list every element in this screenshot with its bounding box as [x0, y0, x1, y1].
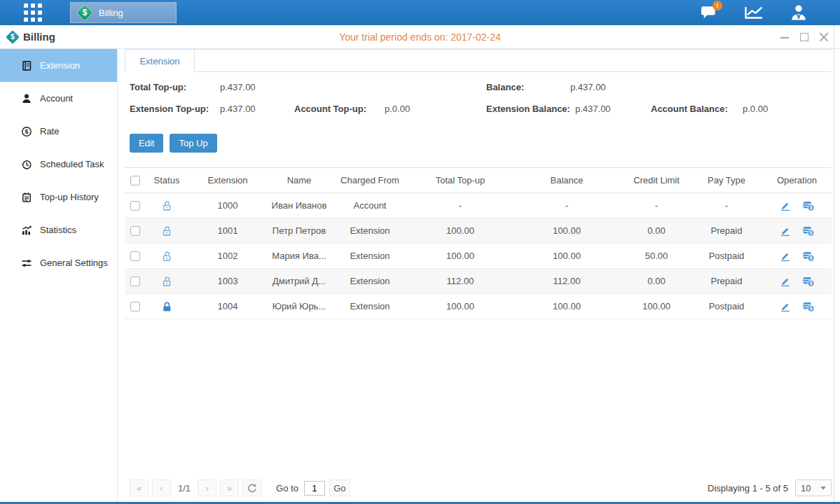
- cell-balance: 100.00: [511, 218, 622, 244]
- lock-status-icon: [161, 300, 172, 311]
- column-header-operation[interactable]: Operation: [762, 168, 832, 193]
- column-header-pay-type[interactable]: Pay Type: [691, 168, 762, 193]
- summary-label: Account Balance:: [651, 104, 728, 114]
- table-header-row: Status Extension Name Charged From Total…: [125, 168, 832, 193]
- tab-extension[interactable]: Extension: [125, 49, 195, 72]
- row-edit-icon[interactable]: [779, 276, 791, 287]
- column-header-charged-from[interactable]: Charged From: [331, 168, 409, 193]
- extension-book-icon: [21, 60, 32, 71]
- cell-pay-type: Postpaid: [691, 294, 762, 319]
- billing-app-icon: $: [77, 5, 92, 20]
- summary-label: Extension Balance:: [486, 104, 570, 114]
- cell-pay-type: Prepaid: [691, 269, 762, 294]
- sidebar-item-topup-history[interactable]: Top-up History: [0, 181, 117, 214]
- taskbar-tab-billing[interactable]: $ Billing: [70, 2, 177, 23]
- svg-text:$: $: [810, 205, 813, 211]
- column-header-status[interactable]: Status: [146, 168, 188, 193]
- column-header-total-topup[interactable]: Total Top-up: [409, 168, 511, 193]
- page-indicator: 1/1: [178, 483, 191, 493]
- monitor-chart-icon[interactable]: [743, 4, 764, 21]
- app-window: $ Billing !: [0, 0, 840, 504]
- row-checkbox[interactable]: [130, 276, 140, 286]
- sidebar-item-general-settings[interactable]: General Settings: [0, 246, 117, 279]
- summary-value: p.437.00: [575, 104, 611, 114]
- cell-total-topup: 100.00: [409, 294, 511, 319]
- row-checkbox[interactable]: [130, 251, 140, 261]
- summary-value: p.0.00: [743, 104, 768, 114]
- row-checkbox[interactable]: [130, 226, 140, 236]
- billing-logo-icon: $: [6, 31, 19, 43]
- sidebar-item-label: Account: [40, 93, 73, 104]
- row-edit-icon[interactable]: [779, 251, 791, 262]
- close-button[interactable]: [819, 32, 829, 42]
- cell-total-topup: 100.00: [409, 244, 511, 269]
- cell-credit-limit: -: [622, 193, 691, 218]
- row-topup-icon[interactable]: $: [802, 301, 815, 312]
- refresh-button[interactable]: [242, 479, 261, 496]
- svg-text:$: $: [810, 281, 813, 286]
- first-page-button[interactable]: «: [130, 479, 149, 496]
- taskbar-right-icons: !: [700, 4, 808, 22]
- window-controls: [780, 32, 829, 42]
- column-header-name[interactable]: Name: [268, 168, 331, 193]
- cell-extension: 1004: [188, 294, 268, 319]
- page-size-value: 10: [801, 483, 811, 493]
- sidebar-item-scheduled-task[interactable]: Scheduled Task: [0, 148, 117, 181]
- page-size-select[interactable]: 10: [795, 479, 832, 496]
- edit-button[interactable]: Edit: [130, 134, 163, 153]
- window-titlebar: $ Billing Your trial period ends on: 201…: [0, 25, 840, 49]
- cell-charged-from: Extension: [331, 244, 409, 269]
- cell-pay-type: Prepaid: [691, 218, 762, 244]
- row-topup-icon[interactable]: $: [802, 251, 815, 262]
- taskbar: $ Billing !: [0, 0, 840, 25]
- balance-summary: Total Top-up: p.437.00 Balance: p.437.00…: [125, 78, 832, 124]
- trial-notice: Your trial period ends on: 2017-02-24: [0, 31, 840, 43]
- sidebar-item-statistics[interactable]: Statistics: [0, 214, 117, 246]
- app-launcher-grid-icon[interactable]: [24, 4, 42, 22]
- user-icon[interactable]: [790, 4, 808, 22]
- pagination-bar: « ‹ 1/1 › » Go to Go Displaying 1 - 5 of…: [130, 479, 832, 496]
- table-row: 1002 Мария Ива... Extension 100.00 100.0…: [125, 244, 832, 269]
- row-topup-icon[interactable]: $: [802, 200, 815, 211]
- sidebar-item-extension[interactable]: Extension: [0, 49, 117, 82]
- summary-value: p.437.00: [220, 104, 256, 114]
- dollar-icon: $: [6, 31, 19, 43]
- prev-page-button[interactable]: ‹: [152, 479, 171, 496]
- app-body: Extension Account $ Rate Scheduled Task: [0, 49, 840, 502]
- minimize-button[interactable]: [780, 32, 790, 42]
- row-edit-icon[interactable]: [779, 301, 791, 312]
- cell-extension: 1002: [188, 244, 268, 269]
- sidebar-item-label: Rate: [40, 126, 59, 136]
- column-header-credit-limit[interactable]: Credit Limit: [622, 168, 691, 193]
- select-all-checkbox[interactable]: [130, 176, 140, 186]
- cell-extension: 1000: [188, 193, 268, 218]
- row-edit-icon[interactable]: [779, 200, 791, 211]
- tab-bar-spacer: [195, 49, 832, 72]
- cell-total-topup: 112.00: [409, 269, 511, 294]
- row-checkbox[interactable]: [130, 201, 140, 211]
- svg-text:$: $: [810, 306, 813, 312]
- summary-label: Balance:: [486, 82, 524, 92]
- messages-icon[interactable]: !: [700, 4, 718, 21]
- row-edit-icon[interactable]: [779, 225, 791, 237]
- extensions-table: Status Extension Name Charged From Total…: [125, 167, 832, 319]
- sidebar-item-rate[interactable]: $ Rate: [0, 115, 117, 148]
- taskbar-tab-label: Billing: [99, 8, 123, 18]
- top-up-button[interactable]: Top Up: [170, 134, 216, 153]
- column-header-balance[interactable]: Balance: [511, 168, 622, 193]
- last-page-button[interactable]: »: [220, 479, 239, 496]
- go-button[interactable]: Go: [329, 479, 350, 496]
- row-topup-icon[interactable]: $: [802, 225, 815, 237]
- column-header-extension[interactable]: Extension: [188, 168, 268, 193]
- sidebar-item-account[interactable]: Account: [0, 82, 117, 115]
- cell-name: Мария Ива...: [268, 244, 331, 269]
- maximize-button[interactable]: [799, 32, 809, 42]
- next-page-button[interactable]: ›: [198, 479, 216, 496]
- sidebar: Extension Account $ Rate Scheduled Task: [0, 49, 118, 502]
- row-topup-icon[interactable]: $: [802, 276, 815, 287]
- action-buttons: Edit Top Up: [130, 134, 832, 153]
- table-row: 1003 Дмитрий Д... Extension 112.00 112.0…: [125, 269, 832, 294]
- goto-page-input[interactable]: [304, 481, 325, 496]
- row-checkbox[interactable]: [130, 302, 140, 312]
- page-title: Billing: [23, 31, 55, 43]
